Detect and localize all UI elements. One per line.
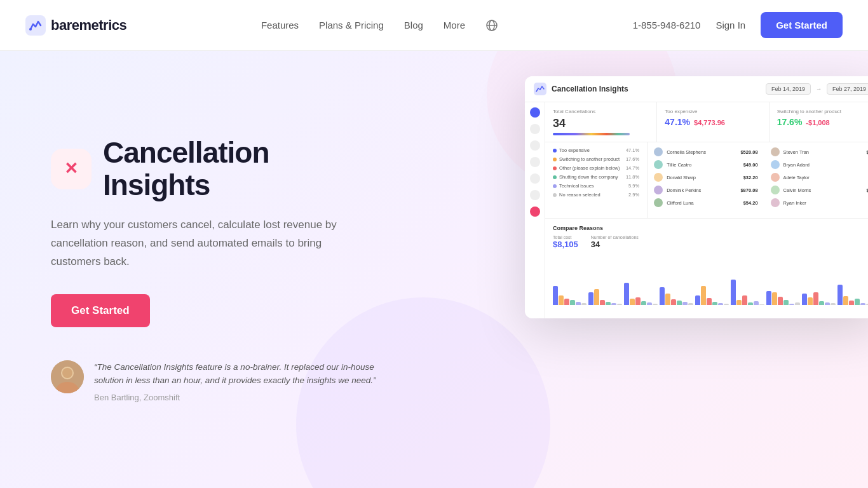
customer-name-r3: Adele Taylor bbox=[783, 175, 865, 180]
sidebar-icon-1 bbox=[530, 107, 540, 118]
nav-more[interactable]: More bbox=[444, 20, 465, 30]
bar-seg bbox=[617, 304, 622, 305]
hero-section: ✕ Cancellation Insights Learn why your c… bbox=[0, 51, 868, 488]
bar-seg bbox=[665, 294, 670, 305]
customer-name-3: Donald Sharp bbox=[667, 175, 739, 180]
bar-group-8 bbox=[837, 285, 868, 305]
bar-seg bbox=[783, 300, 789, 305]
phone-number[interactable]: 1-855-948-6210 bbox=[633, 20, 701, 30]
customer-name-r5: Ryan Inker bbox=[783, 200, 865, 206]
customer-amt-3: $32.20 bbox=[743, 175, 758, 180]
bar-seg bbox=[742, 295, 747, 305]
hero-icon-wrapper: ✕ Cancellation Insights bbox=[51, 137, 381, 201]
stat-switching-pct: 17.6% bbox=[777, 117, 803, 127]
customers-left: Cornelia Stephens $520.08 Tillie Castro … bbox=[648, 142, 764, 218]
reason-1: Too expensive 47.1% bbox=[553, 147, 639, 153]
reason-label-3: Other (please explain below) bbox=[559, 165, 623, 171]
avatar-r1 bbox=[771, 147, 780, 156]
bar-seg bbox=[736, 300, 742, 305]
bar-group-0 bbox=[553, 286, 587, 305]
dashboard-mockup: Cancellation Insights Feb 14, 2019 → Feb… bbox=[525, 76, 868, 318]
nav-cta-button[interactable]: Get Started bbox=[761, 12, 843, 38]
cancellations-label: Number of cancellations bbox=[591, 235, 639, 240]
customers-right: Steven Tran $52 Bryan Adard $4 Adele Tay… bbox=[764, 142, 868, 218]
customer-row-r1: Steven Tran $52 bbox=[771, 147, 868, 156]
compare-cost: Total cost $8,105 bbox=[553, 235, 578, 249]
reason-pct-6: 2.9% bbox=[628, 192, 639, 198]
bar-seg bbox=[731, 280, 736, 305]
customer-row-r2: Bryan Adard $4 bbox=[771, 160, 868, 169]
bar-group-6 bbox=[766, 291, 800, 305]
customer-amt-1: $520.08 bbox=[740, 149, 757, 155]
bar-seg bbox=[843, 296, 848, 305]
hero-content: ✕ Cancellation Insights Learn why your c… bbox=[51, 137, 381, 402]
customer-name-2: Tillie Castro bbox=[667, 162, 739, 168]
bar-group-2 bbox=[624, 283, 658, 305]
reason-dot-5 bbox=[553, 184, 557, 188]
reason-dot-4 bbox=[553, 175, 557, 179]
avatar-image bbox=[51, 360, 84, 393]
bar-seg bbox=[581, 303, 587, 305]
reason-2: Switching to another product 17.6% bbox=[553, 156, 639, 162]
hero-icon-symbol: ✕ bbox=[64, 159, 78, 179]
hero-cta-button[interactable]: Get Started bbox=[51, 294, 150, 327]
cost-value: $8,105 bbox=[553, 240, 578, 249]
bar-seg bbox=[819, 301, 824, 305]
bar-seg bbox=[624, 283, 629, 305]
navbar: baremetrics Features Plans & Pricing Blo… bbox=[0, 0, 868, 51]
reason-dot-1 bbox=[553, 149, 557, 152]
globe-icon[interactable] bbox=[485, 19, 498, 32]
customer-row-2: Tillie Castro $49.00 bbox=[654, 160, 757, 169]
bar-seg bbox=[630, 299, 635, 305]
avatar-5 bbox=[654, 198, 663, 207]
nav-plans[interactable]: Plans & Pricing bbox=[319, 20, 384, 30]
bar-seg bbox=[576, 302, 581, 305]
bar-seg bbox=[600, 300, 605, 305]
mockup-header-left: Cancellation Insights bbox=[534, 83, 628, 95]
bar-seg bbox=[808, 297, 813, 305]
stat-total-cancellations: Total Cancellations 34 bbox=[545, 102, 657, 142]
logo-icon bbox=[25, 15, 46, 36]
customer-name-1: Cornelia Stephens bbox=[667, 149, 736, 155]
stat-too-expensive: Too expensive 47.1% $4,773.96 bbox=[657, 102, 769, 142]
hero-icon: ✕ bbox=[51, 149, 92, 189]
testimonial-quote: “The Cancellation Insights feature is a … bbox=[94, 360, 381, 388]
stat-total-value: 34 bbox=[553, 117, 649, 130]
stat-switching-amt: -$1,008 bbox=[806, 119, 829, 126]
avatar-1 bbox=[654, 147, 663, 156]
sidebar-icon-3 bbox=[530, 140, 540, 151]
bar-seg bbox=[707, 298, 712, 305]
bar-seg bbox=[553, 286, 558, 305]
customer-row-r5: Ryan Inker $5 bbox=[771, 198, 868, 207]
mockup-date-from[interactable]: Feb 14, 2019 bbox=[766, 83, 811, 95]
avatar-r2 bbox=[771, 160, 780, 169]
testimonial-text: “The Cancellation Insights feature is a … bbox=[94, 360, 381, 402]
mockup-date-sep: → bbox=[816, 86, 822, 92]
svg-point-1 bbox=[29, 28, 32, 30]
bar-seg bbox=[718, 303, 723, 305]
logo-text: baremetrics bbox=[51, 17, 126, 34]
customer-amt-5: $54.20 bbox=[743, 200, 758, 206]
bar-seg bbox=[831, 303, 836, 305]
bar-seg bbox=[570, 300, 575, 305]
customer-row-r3: Adele Taylor $5 bbox=[771, 173, 868, 182]
bar-seg bbox=[641, 301, 646, 305]
customer-row-r4: Calvin Morris $87 bbox=[771, 186, 868, 194]
bar-seg bbox=[849, 301, 854, 305]
cancellations-value: 34 bbox=[591, 240, 639, 249]
nav-blog[interactable]: Blog bbox=[404, 20, 423, 30]
bar-seg bbox=[802, 294, 807, 305]
bar-seg bbox=[682, 302, 688, 305]
compare-cancellations: Number of cancellations 34 bbox=[591, 235, 639, 249]
avatar-4 bbox=[654, 186, 663, 194]
mockup-date-to[interactable]: Feb 27, 2019 bbox=[827, 83, 868, 95]
reason-label-6: No reason selected bbox=[559, 192, 626, 198]
avatar-r3 bbox=[771, 173, 780, 182]
nav-features[interactable]: Features bbox=[261, 20, 299, 30]
signin-link[interactable]: Sign In bbox=[715, 20, 745, 30]
bar-seg bbox=[855, 299, 860, 305]
bar-seg bbox=[671, 299, 676, 305]
logo-link[interactable]: baremetrics bbox=[25, 15, 126, 36]
reason-pct-1: 47.1% bbox=[626, 147, 639, 153]
bar-group-5 bbox=[731, 280, 764, 305]
